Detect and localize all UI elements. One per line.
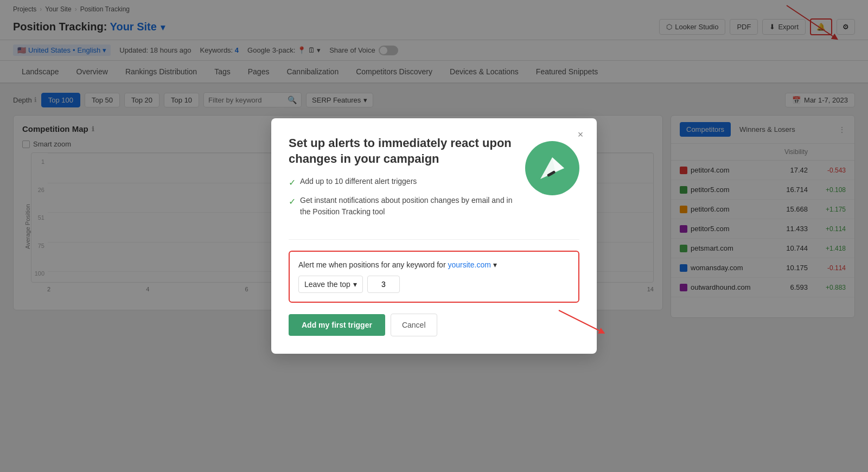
modal-features: ✓ Add up to 10 different alert triggers …	[289, 176, 514, 218]
check-icon-2: ✓	[289, 195, 296, 208]
feature-item-2: ✓ Get instant notifications about positi…	[289, 195, 514, 218]
modal-close-button[interactable]: ×	[573, 127, 588, 142]
top-number-input[interactable]	[367, 276, 400, 293]
action-select[interactable]: Leave the top ▾	[298, 276, 363, 293]
modal-illustration	[525, 141, 579, 195]
check-icon-1: ✓	[289, 176, 296, 189]
alert-modal: × Set up alerts to immediately react upo…	[271, 118, 597, 353]
modal-overlay[interactable]: × Set up alerts to immediately react upo…	[0, 0, 868, 472]
modal-actions: Add my first trigger Cancel	[289, 314, 579, 336]
alert-row1: Alert me when positions for any keyword …	[298, 260, 570, 269]
add-trigger-button[interactable]: Add my first trigger	[289, 314, 385, 336]
chevron-down-icon: ▾	[353, 280, 357, 289]
cancel-button[interactable]: Cancel	[391, 314, 437, 336]
feature-item-1: ✓ Add up to 10 different alert triggers	[289, 176, 514, 189]
modal-title: Set up alerts to immediately react upon …	[289, 136, 514, 167]
alert-form-box: Alert me when positions for any keyword …	[289, 251, 579, 303]
site-link[interactable]: yoursite.com	[448, 260, 490, 269]
